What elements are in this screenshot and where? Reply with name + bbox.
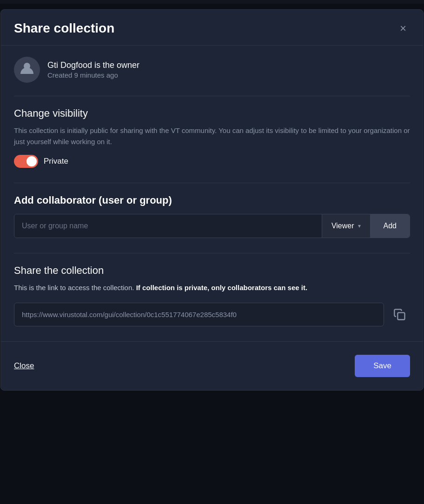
- avatar: [14, 57, 40, 83]
- share-link-input[interactable]: [14, 303, 384, 326]
- share-desc-bold: If collection is private, only collabora…: [136, 284, 307, 292]
- modal-body: Gti Dogfood is the owner Created 9 minut…: [1, 46, 423, 338]
- collaborator-heading: Add collaborator (user or group): [14, 194, 410, 206]
- modal-footer: Close Save: [1, 341, 423, 390]
- section-divider-2: [14, 183, 410, 183]
- role-dropdown-button[interactable]: Viewer ▾: [322, 214, 370, 238]
- user-icon: [20, 61, 34, 79]
- share-heading: Share the collection: [14, 265, 410, 277]
- visibility-description: This collection is initially public for …: [14, 125, 410, 147]
- visibility-heading: Change visibility: [14, 107, 410, 119]
- modal-title: Share collection: [14, 21, 114, 36]
- page-background: Share collection ×: [0, 0, 424, 504]
- collaborator-input-row: Viewer ▾ Add: [14, 214, 410, 238]
- copy-icon: [393, 308, 406, 321]
- modal-header: Share collection ×: [1, 10, 423, 46]
- role-dropdown-label: Viewer: [331, 222, 354, 230]
- section-divider-1: [14, 96, 410, 96]
- modal-overlay: Share collection ×: [0, 0, 424, 504]
- add-collaborator-button[interactable]: Add: [370, 214, 410, 238]
- close-x-button[interactable]: ×: [396, 21, 410, 36]
- owner-created-time: Created 9 minutes ago: [47, 71, 139, 79]
- share-desc-normal: This is the link to access the collectio…: [14, 284, 134, 292]
- share-collection-modal: Share collection ×: [0, 9, 424, 391]
- private-toggle-row: Private: [14, 155, 410, 168]
- collaborator-input[interactable]: [14, 214, 322, 238]
- close-button[interactable]: Close: [14, 361, 34, 371]
- svg-rect-1: [398, 312, 404, 319]
- share-link-row: [14, 303, 410, 326]
- share-description: This is the link to access the collectio…: [14, 282, 410, 293]
- chevron-down-icon: ▾: [358, 223, 361, 229]
- owner-info: Gti Dogfood is the owner Created 9 minut…: [47, 60, 139, 79]
- save-button[interactable]: Save: [355, 355, 410, 377]
- copy-link-button[interactable]: [390, 305, 410, 325]
- private-toggle-label: Private: [44, 157, 68, 166]
- owner-section: Gti Dogfood is the owner Created 9 minut…: [14, 57, 410, 83]
- owner-name: Gti Dogfood is the owner: [47, 60, 139, 70]
- private-toggle[interactable]: [14, 155, 38, 168]
- section-divider-3: [14, 253, 410, 253]
